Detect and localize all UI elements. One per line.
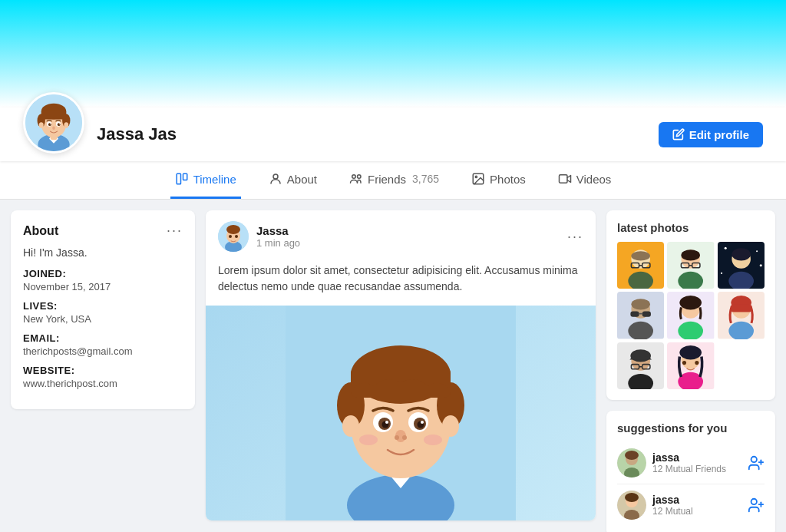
videos-icon	[558, 172, 572, 186]
svg-point-50	[421, 421, 424, 424]
joined-label: JOINED:	[23, 268, 183, 279]
website-value: www.therichpost.com	[23, 378, 183, 389]
add-friend-button-1[interactable]	[748, 454, 765, 471]
tab-timeline-label: Timeline	[193, 173, 236, 186]
svg-point-54	[359, 435, 378, 445]
post-username: Jassa	[256, 224, 300, 237]
about-card-header: About ···	[23, 223, 183, 239]
middle-panel: Jassa 1 min ago ··· Lorem ipsum dolor si…	[206, 210, 596, 532]
svg-point-118	[751, 499, 757, 504]
svg-point-73	[732, 248, 751, 260]
svg-point-111	[751, 457, 757, 462]
post-text: Lorem ipsum dolor sit amet, consectetur …	[206, 263, 596, 306]
svg-point-75	[756, 250, 758, 252]
photos-grid	[617, 242, 765, 389]
about-bio: Hi! I'm Jassa.	[23, 246, 183, 259]
svg-point-52	[395, 435, 399, 440]
tab-friends[interactable]: Friends 3,765	[345, 161, 444, 199]
svg-point-12	[58, 123, 61, 126]
suggestion-left-2: jassa 12 Mutual	[617, 491, 693, 520]
suggestion-mutual-2: 12 Mutual	[652, 506, 693, 517]
tab-photos[interactable]: Photos	[467, 161, 530, 199]
about-title: About	[23, 224, 58, 238]
about-card: About ··· Hi! I'm Jassa. JOINED: Novembe…	[11, 210, 195, 409]
svg-point-84	[631, 299, 650, 310]
tab-friends-count: 3,765	[412, 173, 439, 185]
svg-point-21	[352, 175, 356, 179]
photo-5[interactable]	[667, 292, 714, 339]
suggestion-name-1: jassa	[652, 451, 726, 464]
tab-timeline[interactable]: Timeline	[170, 161, 241, 199]
svg-point-20	[273, 174, 278, 179]
joined-value: November 15, 2017	[23, 281, 183, 292]
suggestions-card: suggestions for you jassa 12 Mutu	[606, 411, 775, 532]
svg-point-53	[402, 435, 407, 440]
photo-1[interactable]	[617, 242, 664, 289]
photo-6[interactable]	[718, 292, 765, 339]
svg-point-62	[631, 251, 650, 260]
svg-rect-18	[177, 173, 180, 184]
lives-value: New York, USA	[23, 313, 183, 325]
latest-photos-title: latest photos	[617, 221, 765, 234]
tab-friends-label: Friends	[368, 173, 406, 186]
photo-3[interactable]	[718, 242, 765, 289]
about-icon	[269, 172, 282, 186]
post-options-button[interactable]: ···	[567, 229, 583, 245]
header-bg	[0, 0, 786, 107]
suggestion-item-2: jassa 12 Mutual	[617, 484, 765, 526]
photo-8[interactable]	[667, 342, 714, 389]
svg-point-106	[695, 361, 699, 365]
svg-point-13	[50, 124, 51, 124]
left-panel: About ··· Hi! I'm Jassa. JOINED: Novembe…	[11, 210, 195, 532]
post-avatar	[218, 221, 249, 252]
photo-4[interactable]	[617, 292, 664, 339]
post-user-details: Jassa 1 min ago	[256, 224, 300, 249]
profile-bar: Jassa Jas Edit profile	[0, 107, 786, 161]
svg-point-74	[724, 247, 726, 249]
svg-point-17	[64, 122, 68, 127]
avatar	[23, 92, 84, 154]
email-value: therichposts@gmail.com	[23, 345, 183, 357]
friends-icon	[349, 172, 363, 186]
svg-rect-19	[183, 173, 187, 180]
svg-rect-82	[642, 312, 651, 317]
suggestion-left-1: jassa 12 Mutual Friends	[617, 448, 726, 477]
svg-point-41	[342, 415, 359, 437]
add-person-icon-2	[748, 497, 765, 514]
about-lives: LIVES: New York, USA	[23, 300, 183, 325]
lives-label: LIVES:	[23, 300, 183, 312]
edit-profile-button[interactable]: Edit profile	[659, 122, 763, 147]
svg-point-29	[226, 225, 240, 234]
photo-2[interactable]	[667, 242, 714, 289]
post-image	[206, 306, 596, 520]
post-card: Jassa 1 min ago ··· Lorem ipsum dolor si…	[206, 210, 596, 520]
svg-point-100	[630, 349, 651, 362]
about-email: EMAIL: therichposts@gmail.com	[23, 332, 183, 357]
suggestion-info-1: jassa 12 Mutual Friends	[652, 451, 726, 474]
suggestion-mutual-1: 12 Mutual Friends	[652, 464, 726, 474]
svg-point-117	[625, 493, 639, 502]
right-panel: latest photos	[606, 210, 775, 532]
add-friend-button-2[interactable]	[748, 497, 765, 514]
edit-profile-label: Edit profile	[689, 128, 749, 141]
svg-rect-93	[731, 305, 751, 312]
timeline-icon	[175, 172, 189, 186]
main-content: About ··· Hi! I'm Jassa. JOINED: Novembe…	[0, 200, 786, 532]
svg-point-22	[357, 175, 361, 179]
about-options-button[interactable]: ···	[167, 223, 183, 239]
photo-7[interactable]	[617, 342, 664, 389]
suggestion-name-2: jassa	[652, 494, 693, 506]
suggestion-item-1: jassa 12 Mutual Friends	[617, 442, 765, 484]
tab-about[interactable]: About	[264, 161, 322, 199]
add-person-icon-1	[748, 454, 765, 471]
post-user-info: Jassa 1 min ago	[218, 221, 300, 252]
svg-point-104	[680, 345, 702, 359]
svg-point-49	[385, 421, 388, 424]
svg-rect-8	[41, 111, 67, 120]
tab-videos[interactable]: Videos	[553, 161, 616, 199]
post-time: 1 min ago	[256, 237, 300, 249]
svg-point-42	[442, 415, 459, 437]
about-joined: JOINED: November 15, 2017	[23, 268, 183, 292]
tab-videos-label: Videos	[576, 173, 612, 186]
svg-point-76	[759, 264, 761, 266]
